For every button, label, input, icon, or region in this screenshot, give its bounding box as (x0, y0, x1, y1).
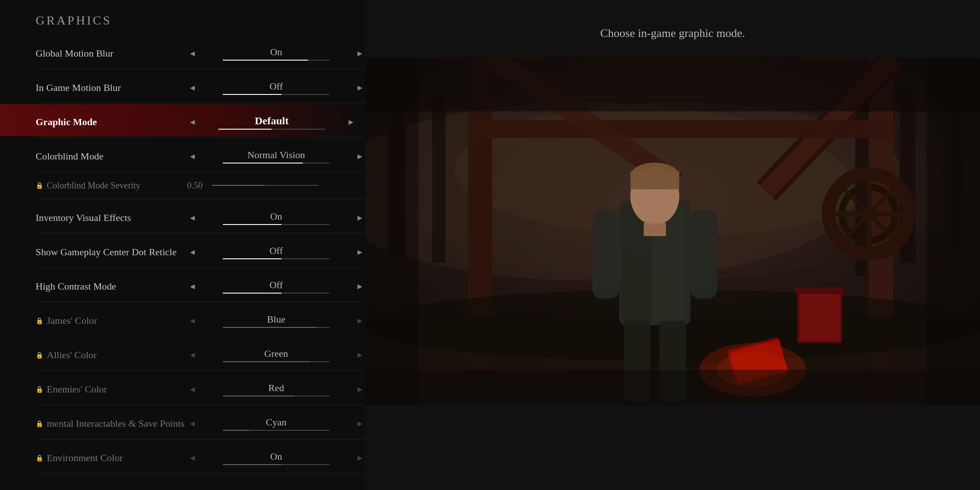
slider-allies-color (223, 361, 330, 362)
value-container-colorblind-mode: Normal Vision (202, 149, 350, 163)
control-area-inventory-visual-effects: ◄On► (187, 211, 365, 225)
lock-icon: 🔒 (36, 351, 43, 359)
left-arrow-allies-color: ◄ (187, 351, 198, 360)
control-area-environment-color: ◄On► (187, 451, 365, 465)
control-area-enemies-color: ◄Red► (187, 382, 365, 396)
control-area-allies-color: ◄Green► (187, 348, 365, 362)
right-arrow-in-game-motion-blur[interactable]: ► (355, 83, 365, 93)
settings-panel: GRAPHICS Global Motion Blur◄On►In Game M… (0, 0, 365, 490)
control-area-mental-interactables: ◄Cyan► (187, 416, 365, 431)
setting-label-show-gameplay-center-dot-reticle: Show Gameplay Center Dot Reticle (36, 246, 187, 258)
control-area-high-contrast-mode: ◄Off► (187, 279, 365, 294)
setting-label-environment-color: 🔒 Environment Color (36, 452, 187, 464)
right-arrow-colorblind-mode[interactable]: ► (355, 152, 365, 161)
setting-label-global-motion-blur: Global Motion Blur (36, 48, 187, 59)
setting-label-enemies-color: 🔒 Enemies' Color (36, 384, 187, 395)
left-arrow-environment-color: ◄ (187, 453, 198, 463)
setting-row-james-color: 🔒 James' Color◄Blue► (36, 303, 365, 335)
setting-value-global-motion-blur: On (270, 46, 282, 58)
slider-environment-color (223, 464, 330, 465)
right-panel: Choose in-game graphic mode. (365, 0, 980, 490)
setting-label-colorblind-severity: 🔒 Colorblind Mode Severity (36, 180, 187, 191)
right-arrow-james-color: ► (355, 316, 365, 326)
setting-row-mental-interactables: 🔒 mental Interactables & Save Points◄Cya… (36, 406, 365, 438)
right-arrow-high-contrast-mode[interactable]: ► (355, 282, 365, 291)
control-area-james-color: ◄Blue► (187, 314, 365, 328)
right-arrow-enemies-color: ► (355, 385, 365, 394)
setting-value-inventory-visual-effects: On (270, 211, 282, 222)
setting-row-environment-color: 🔒 Environment Color◄On► (36, 440, 365, 472)
setting-value-enemies-color: Red (268, 382, 284, 394)
value-container-enemies-color: Red (202, 382, 350, 396)
right-arrow-global-motion-blur[interactable]: ► (355, 49, 365, 58)
slider-enemies-color (223, 396, 330, 396)
left-arrow-high-contrast-mode[interactable]: ◄ (187, 282, 198, 291)
setting-label-mental-interactables: 🔒 mental Interactables & Save Points (36, 418, 187, 429)
slider-james-color (223, 327, 330, 328)
setting-value-environment-color: On (270, 451, 282, 462)
slider-inventory-visual-effects (223, 224, 330, 225)
slider-show-gameplay-center-dot-reticle (223, 258, 330, 259)
left-arrow-james-color: ◄ (187, 316, 198, 326)
value-container-high-contrast-mode: Off (202, 279, 350, 294)
lock-icon: 🔒 (36, 454, 43, 462)
value-container-in-game-motion-blur: Off (202, 81, 350, 95)
left-arrow-mental-interactables: ◄ (187, 419, 198, 429)
svg-rect-55 (927, 58, 980, 405)
right-arrow-graphic-mode[interactable]: ► (346, 118, 356, 127)
setting-row-global-motion-blur: Global Motion Blur◄On► (36, 36, 365, 68)
setting-row-enemies-color: 🔒 Enemies' Color◄Red► (36, 372, 365, 404)
slider-high-contrast-mode (223, 293, 330, 294)
slider-global-motion-blur (223, 60, 330, 61)
setting-value-james-color: Blue (267, 314, 286, 325)
setting-label-inventory-visual-effects: Inventory Visual Effects (36, 212, 187, 224)
svg-rect-54 (365, 58, 419, 405)
control-area-show-gameplay-center-dot-reticle: ◄Off► (187, 245, 365, 259)
setting-value-allies-color: Green (264, 348, 288, 359)
setting-label-in-game-motion-blur: In Game Motion Blur (36, 82, 187, 94)
control-area-global-motion-blur: ◄On► (187, 46, 365, 61)
scene-illustration (365, 58, 980, 405)
left-arrow-graphic-mode[interactable]: ◄ (187, 118, 198, 127)
lock-icon: 🔒 (36, 182, 43, 189)
right-arrow-mental-interactables: ► (355, 419, 365, 429)
setting-value-mental-interactables: Cyan (266, 416, 286, 428)
setting-row-allies-color: 🔒 Allies' Color◄Green► (36, 337, 365, 369)
slider-in-game-motion-blur (223, 94, 330, 95)
lock-icon: 🔒 (36, 420, 43, 428)
svg-rect-52 (365, 58, 980, 111)
slider-track-colorblind-severity (212, 185, 318, 186)
setting-value-colorblind-severity: 0.50 (187, 180, 203, 191)
settings-list: Global Motion Blur◄On►In Game Motion Blu… (36, 36, 365, 474)
value-container-allies-color: Green (202, 348, 350, 362)
setting-value-high-contrast-mode: Off (270, 279, 283, 291)
setting-value-graphic-mode: Default (255, 115, 289, 127)
value-container-environment-color: On (202, 451, 350, 465)
right-arrow-show-gameplay-center-dot-reticle[interactable]: ► (355, 248, 365, 257)
setting-row-colorblind-severity: 🔒 Colorblind Mode Severity0.50 (36, 173, 365, 198)
slider-colorblind-mode (223, 163, 330, 163)
setting-value-colorblind-mode: Normal Vision (247, 149, 305, 161)
left-arrow-colorblind-mode[interactable]: ◄ (187, 152, 198, 161)
value-container-show-gameplay-center-dot-reticle: Off (202, 245, 350, 259)
control-area-graphic-mode: ◄Default► (187, 115, 356, 130)
left-arrow-global-motion-blur[interactable]: ◄ (187, 49, 198, 58)
value-container-inventory-visual-effects: On (202, 211, 350, 225)
slider-graphic-mode (218, 129, 325, 130)
left-arrow-inventory-visual-effects[interactable]: ◄ (187, 213, 198, 223)
left-arrow-show-gameplay-center-dot-reticle[interactable]: ◄ (187, 248, 198, 257)
section-title: GRAPHICS (36, 13, 365, 28)
setting-row-inventory-visual-effects: Inventory Visual Effects◄On► (36, 200, 365, 232)
description-text: Choose in-game graphic mode. (600, 27, 745, 40)
left-arrow-in-game-motion-blur[interactable]: ◄ (187, 83, 198, 93)
right-arrow-inventory-visual-effects[interactable]: ► (355, 213, 365, 223)
control-area-colorblind-mode: ◄Normal Vision► (187, 149, 365, 163)
setting-row-high-contrast-mode: High Contrast Mode◄Off► (36, 269, 365, 301)
setting-row-graphic-mode[interactable]: Graphic Mode◄Default► (0, 104, 365, 136)
control-area-in-game-motion-blur: ◄Off► (187, 81, 365, 95)
setting-value-in-game-motion-blur: Off (270, 81, 283, 92)
value-container-global-motion-blur: On (202, 46, 350, 61)
value-container-james-color: Blue (202, 314, 350, 328)
setting-row-in-game-motion-blur: In Game Motion Blur◄Off► (36, 70, 365, 102)
setting-label-james-color: 🔒 James' Color (36, 315, 187, 327)
